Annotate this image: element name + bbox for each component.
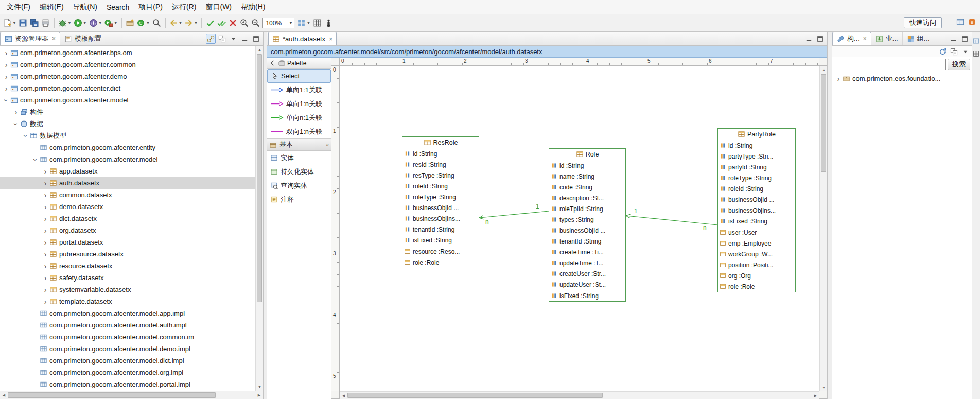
print-button[interactable] — [40, 17, 51, 29]
canvas-scroll-down-icon[interactable]: ▼ — [820, 384, 828, 391]
quick-access-button[interactable]: 快速访问 — [904, 17, 942, 28]
link-editor-button[interactable] — [206, 34, 216, 44]
right-panel-tree[interactable]: ›com.primeton.eos.foundatio... — [832, 73, 972, 399]
entity-attribute-row[interactable]: roleTplId :String — [549, 203, 625, 214]
entity-attribute-row[interactable]: tenantId :String — [402, 224, 479, 235]
twisty-icon[interactable]: › — [41, 168, 49, 175]
entity-attribute-row[interactable]: businessObjIns... — [718, 205, 795, 216]
tree-row[interactable]: ›systemvariable.datasetx — [0, 284, 255, 296]
twisty-icon[interactable]: › — [41, 251, 49, 258]
entity-attribute-row[interactable]: isFixed :String — [718, 216, 795, 227]
new-file-button[interactable]: ▼ — [2, 17, 18, 29]
entity-reference-row[interactable]: user :User — [718, 227, 795, 238]
zoom-out-button[interactable] — [250, 17, 261, 29]
minimized-view-2-button[interactable] — [971, 49, 980, 59]
chevron-down-icon[interactable]: ▼ — [287, 21, 294, 25]
grid-view-button[interactable] — [311, 17, 323, 29]
layout-button[interactable]: ▼ — [296, 17, 311, 29]
dropdown-arrow-icon[interactable]: ▼ — [67, 21, 72, 25]
entity-attribute-row[interactable]: createTime :Ti... — [549, 247, 625, 257]
pin-icon[interactable]: « — [326, 142, 329, 148]
minimize-button[interactable] — [804, 34, 814, 44]
search-button[interactable]: 搜索 — [948, 59, 970, 70]
scroll-right-icon[interactable]: ▶ — [255, 391, 263, 399]
tab-构-[interactable]: 构...× — [832, 32, 871, 45]
tree-row[interactable]: ›com.primeton.gocom.afcenter.model — [0, 153, 255, 165]
explorer-tree[interactable]: ›com.primeton.gocom.afcenter.bps.om›com.… — [0, 47, 255, 391]
entity-attribute-row[interactable]: roleType :String — [402, 192, 479, 202]
tree-row[interactable]: ›构件 — [0, 106, 255, 118]
entity-attribute-row[interactable]: roleType :String — [718, 172, 795, 183]
entity-reference-row[interactable]: role :Role — [402, 257, 479, 268]
tree-row[interactable]: ›resource.datasetx — [0, 260, 255, 272]
entity-attribute-row[interactable]: roleId :String — [718, 183, 795, 194]
entity-ResRole[interactable]: ResRoleid :StringresId :StringresType :S… — [402, 136, 479, 268]
tree-row[interactable]: com.primeton.gocom.afcenter.model.app.im… — [0, 307, 255, 319]
entity-attribute-row[interactable]: roleId :String — [402, 181, 479, 192]
tree-row[interactable]: com.primeton.gocom.afcenter.model.portal… — [0, 378, 255, 390]
explorer-hscroll-thumb[interactable] — [8, 392, 216, 398]
forward-button[interactable]: ▼ — [183, 17, 199, 29]
entity-attribute-row[interactable]: partyId :String — [718, 162, 795, 172]
close-icon[interactable]: × — [329, 36, 332, 43]
tree-row[interactable]: ›com.primeton.gocom.afcenter.common — [0, 59, 255, 71]
twisty-icon[interactable]: › — [12, 120, 20, 128]
canvas-scroll-up-icon[interactable]: ▲ — [820, 66, 828, 74]
dropdown-arrow-icon[interactable]: ▼ — [179, 21, 183, 25]
entity-title[interactable]: Role — [549, 149, 625, 160]
minimize-button[interactable] — [240, 34, 250, 44]
dropdown-arrow-icon[interactable]: ▼ — [306, 21, 310, 25]
tree-row[interactable]: ›dict.datasetx — [0, 213, 255, 224]
entity-attribute-row[interactable]: tenantId :String — [549, 236, 625, 247]
tree-row[interactable]: ›demo.datasetx — [0, 201, 255, 213]
entity-attribute-row[interactable]: createUser :Str... — [549, 268, 625, 279]
tree-row[interactable]: com.primeton.gocom.afcenter.model.common… — [0, 331, 255, 343]
validate-button[interactable] — [204, 17, 216, 29]
tab-模板配置[interactable]: 模板配置 — [60, 32, 106, 45]
cancel-button[interactable] — [227, 17, 238, 29]
twisty-icon[interactable]: › — [41, 227, 49, 234]
save-all-button[interactable] — [29, 17, 40, 29]
new-package-button[interactable] — [125, 17, 136, 29]
entity-Role[interactable]: Roleid :Stringname :Stringcode :Stringde… — [549, 148, 626, 302]
diagram-canvas[interactable]: 1n1nResRoleid :StringresId :StringresTyp… — [340, 66, 819, 391]
twisty-icon[interactable]: › — [41, 239, 49, 246]
close-icon[interactable]: × — [863, 35, 867, 42]
entity-reference-row[interactable]: role :Role — [718, 281, 795, 292]
scroll-left-icon[interactable]: ◀ — [0, 391, 8, 399]
entity-attribute-row[interactable]: businessObjId ... — [718, 194, 795, 205]
tab-业-[interactable]: 业... — [871, 32, 903, 45]
twisty-icon[interactable]: › — [12, 109, 20, 116]
tree-row[interactable]: com.primeton.gocom.afcenter.model.dict.i… — [0, 355, 255, 367]
tree-row[interactable]: com.primeton.gocom.afcenter.model.org.im… — [0, 367, 255, 378]
entity-attribute-row[interactable]: code :String — [549, 182, 625, 193]
palette-association-0[interactable]: 单向1:1关联 — [267, 83, 331, 97]
back-button[interactable]: ▼ — [168, 17, 184, 29]
view-menu-button[interactable] — [229, 34, 238, 44]
twisty-icon[interactable]: › — [22, 132, 30, 140]
entity-title[interactable]: PartyRole — [718, 129, 795, 140]
entity-attribute-row[interactable]: description :St... — [549, 193, 625, 203]
ant-button[interactable] — [323, 17, 334, 29]
entity-attribute-row[interactable]: id :String — [402, 148, 479, 159]
tree-row[interactable]: ›auth.datasetx — [0, 177, 255, 189]
tree-row[interactable]: ›数据模型 — [0, 130, 255, 142]
tree-row[interactable]: ›app.datasetx — [0, 165, 255, 177]
tab-资源管理器[interactable]: 资源管理器× — [0, 32, 60, 45]
twisty-icon[interactable]: › — [2, 85, 10, 92]
new-class-button[interactable]: C▼ — [136, 17, 151, 29]
tab-组-[interactable]: 组... — [903, 32, 934, 45]
search-input[interactable] — [834, 59, 946, 70]
palette-item-2[interactable]: 查询实体 — [267, 179, 331, 193]
save-button[interactable] — [18, 17, 29, 29]
breadcrumb[interactable]: com.primeton.gocom.afcenter.model/src/co… — [267, 46, 827, 58]
minimized-view-1-button[interactable] — [971, 36, 980, 46]
external-tools-button[interactable]: ▼ — [103, 17, 119, 29]
entity-reference-row[interactable]: position :Positi... — [718, 259, 795, 270]
explorer-horizontal-scrollbar[interactable]: ◀ ▶ — [0, 391, 263, 399]
menu-item-6[interactable]: 窗口(W) — [201, 1, 236, 14]
menu-item-3[interactable]: Search — [102, 1, 134, 13]
search-button[interactable] — [151, 17, 163, 29]
scroll-up-icon[interactable]: ▲ — [256, 46, 263, 54]
tree-row[interactable]: ›com.primeton.gocom.afcenter.demo — [0, 71, 255, 82]
